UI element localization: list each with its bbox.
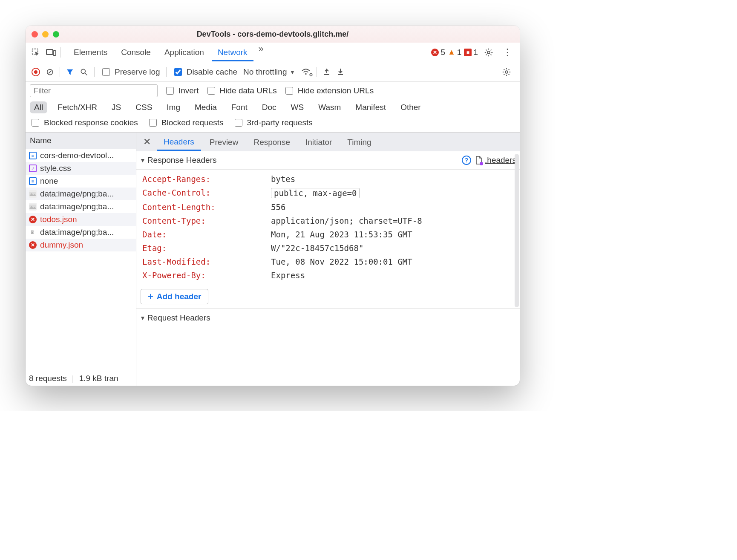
help-icon[interactable]: ? — [462, 156, 471, 165]
close-window-button[interactable] — [32, 31, 38, 38]
tab-network[interactable]: Network — [212, 43, 253, 61]
filter-input[interactable] — [30, 84, 158, 97]
blocked-requests-checkbox[interactable]: Blocked requests — [147, 118, 224, 128]
chip-doc[interactable]: Doc — [258, 101, 281, 113]
settings-icon[interactable] — [481, 48, 496, 57]
devtools-window: DevTools - cors-demo-devtools.glitch.me/… — [26, 26, 520, 386]
issues-badge[interactable]: ■1 — [464, 48, 478, 57]
request-row[interactable]: ≡none — [26, 175, 136, 188]
header-value[interactable]: public, max-age=0 — [271, 188, 360, 198]
headers-file-link[interactable]: .headers — [475, 156, 516, 165]
header-value: Tue, 08 Nov 2022 15:00:01 GMT — [271, 257, 412, 266]
chip-manifest[interactable]: Manifest — [351, 101, 390, 113]
tab-elements[interactable]: Elements — [68, 43, 113, 61]
header-row: X-Powered-By:Express — [138, 268, 518, 282]
third-party-checkbox[interactable]: 3rd-party requests — [233, 118, 313, 128]
header-value: application/json; charset=UTF-8 — [271, 216, 422, 225]
font-icon: 🗎 — [29, 228, 37, 236]
clear-button[interactable]: ⊘ — [46, 66, 54, 78]
inspect-icon[interactable] — [30, 48, 42, 57]
dtab-response[interactable]: Response — [247, 133, 297, 150]
warnings-badge[interactable]: ▲1 — [448, 48, 461, 57]
request-row[interactable]: ✕todos.json — [26, 213, 136, 226]
chip-js[interactable]: JS — [107, 101, 125, 113]
doc-css-icon: ↗ — [29, 165, 37, 172]
chip-img[interactable]: Img — [162, 101, 184, 113]
header-key: Last-Modified: — [142, 257, 266, 266]
header-row: Last-Modified:Tue, 08 Nov 2022 15:00:01 … — [138, 255, 518, 268]
svg-line-5 — [85, 73, 87, 75]
status-badges: ✕5 ▲1 ■1 — [431, 48, 478, 57]
chevron-down-icon: ▼ — [289, 69, 295, 75]
header-value: W/"22c-18457c15d68" — [271, 243, 363, 253]
header-row: Content-Length:556 — [138, 200, 518, 214]
close-icon[interactable]: ✕ — [139, 136, 155, 147]
request-headers-section[interactable]: ▼ Request Headers — [136, 309, 520, 327]
header-key: X-Powered-By: — [142, 271, 266, 280]
minimize-window-button[interactable] — [42, 31, 49, 38]
divider — [317, 67, 317, 77]
hide-extension-urls-checkbox[interactable]: Hide extension URLs — [284, 86, 374, 96]
device-toggle-icon[interactable] — [45, 48, 57, 57]
chip-fetch-xhr[interactable]: Fetch/XHR — [53, 101, 101, 113]
request-name: cors-demo-devtool... — [40, 151, 114, 160]
dtab-initiator[interactable]: Initiator — [299, 133, 339, 150]
chip-ws[interactable]: WS — [287, 101, 308, 113]
add-header-button[interactable]: + Add header — [141, 289, 208, 304]
header-row: Cache-Control:public, max-age=0 — [138, 186, 518, 200]
traffic-lights — [32, 31, 59, 38]
request-row[interactable]: data:image/png;ba... — [26, 188, 136, 200]
network-settings-icon[interactable] — [499, 67, 514, 77]
status-bar: 8 requests | 1.9 kB tran — [26, 371, 136, 386]
section-title: Response Headers — [147, 156, 217, 165]
response-headers-section[interactable]: ▼ Response Headers ? .headers — [136, 151, 520, 170]
section-title: Request Headers — [147, 313, 210, 323]
chip-all[interactable]: All — [30, 101, 47, 113]
chip-wasm[interactable]: Wasm — [314, 101, 345, 113]
img-icon — [29, 190, 37, 198]
window-title: DevTools - cors-demo-devtools.glitch.me/ — [26, 30, 520, 39]
chip-media[interactable]: Media — [190, 101, 221, 113]
request-row[interactable]: 🗎data:image/png;ba... — [26, 226, 136, 239]
network-conditions-icon[interactable]: ⚙ — [301, 68, 311, 76]
hide-data-urls-checkbox[interactable]: Hide data URLs — [206, 86, 277, 96]
header-value: Mon, 21 Aug 2023 11:53:35 GMT — [271, 230, 412, 239]
header-row: Date:Mon, 21 Aug 2023 11:53:35 GMT — [138, 228, 518, 241]
chip-font[interactable]: Font — [227, 101, 252, 113]
export-har-icon[interactable] — [323, 68, 331, 76]
request-row[interactable]: ≡cors-demo-devtool... — [26, 149, 136, 162]
tab-console[interactable]: Console — [115, 43, 157, 61]
import-har-icon[interactable] — [337, 68, 344, 76]
request-row[interactable]: ↗style.css — [26, 162, 136, 175]
dtab-headers[interactable]: Headers — [157, 133, 201, 151]
maximize-window-button[interactable] — [53, 31, 59, 38]
more-menu-icon[interactable]: ⋮ — [499, 47, 515, 58]
split-view: Name ≡cors-demo-devtool...↗style.css≡non… — [26, 133, 520, 386]
preserve-log-checkbox[interactable]: Preserve log — [101, 67, 160, 77]
detail-tabbar: ✕ Headers Preview Response Initiator Tim… — [136, 133, 520, 151]
header-key: Date: — [142, 230, 266, 239]
blocked-cookies-checkbox[interactable]: Blocked response cookies — [30, 118, 138, 128]
search-icon[interactable] — [80, 68, 88, 76]
header-value: 556 — [271, 202, 285, 212]
dtab-preview[interactable]: Preview — [203, 133, 245, 150]
throttling-select[interactable]: No throttling ▼ — [243, 67, 295, 77]
request-row[interactable]: ✕dummy.json — [26, 239, 136, 251]
chip-other[interactable]: Other — [396, 101, 425, 113]
scrollbar[interactable] — [515, 154, 519, 307]
svg-point-4 — [81, 69, 85, 73]
request-row[interactable]: data:image/png;ba... — [26, 200, 136, 213]
network-toolbar: ⊘ Preserve log Disable cache No throttli… — [26, 62, 520, 82]
tab-application[interactable]: Application — [158, 43, 210, 61]
chip-css[interactable]: CSS — [131, 101, 156, 113]
errors-badge[interactable]: ✕5 — [431, 48, 445, 57]
divider — [166, 67, 167, 77]
divider — [60, 67, 60, 77]
record-button[interactable] — [32, 68, 40, 76]
invert-checkbox[interactable]: Invert — [164, 86, 199, 96]
filter-toggle-icon[interactable] — [66, 68, 74, 76]
disable-cache-checkbox[interactable]: Disable cache — [173, 67, 237, 77]
name-column-header[interactable]: Name — [26, 133, 136, 149]
dtab-timing[interactable]: Timing — [340, 133, 378, 150]
more-tabs-icon[interactable]: » — [255, 43, 267, 61]
